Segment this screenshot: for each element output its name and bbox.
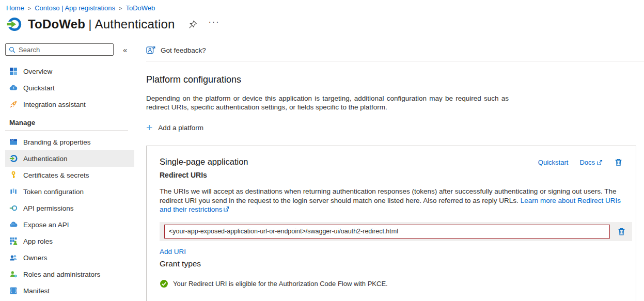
page-name: Authentication [95, 17, 175, 31]
sidebar-item-branding-properties[interactable]: Branding & properties [5, 134, 134, 150]
svg-text:{ }: { } [10, 289, 17, 293]
sidebar-item-label: Owners [23, 254, 48, 262]
platform-configurations-description: Depending on the platform or device this… [146, 94, 509, 112]
grant-types-title: Grant types [160, 259, 623, 268]
api-arrow-circle-icon [9, 204, 18, 212]
sidebar-item-label: Roles and administrators [23, 271, 100, 278]
sidebar-item-label: App roles [23, 237, 53, 245]
main-content: Got feedback? Platform configurations De… [139, 43, 644, 301]
sidebar-item-label: Integration assistant [23, 101, 86, 108]
search-icon [9, 46, 15, 53]
people-icon [9, 254, 18, 262]
title-separator: | [85, 17, 95, 31]
got-feedback-label: Got feedback? [161, 46, 206, 54]
external-link-icon [596, 160, 603, 166]
breadcrumb-separator: > [119, 5, 122, 11]
sidebar-item-label: API permissions [23, 204, 74, 212]
pkce-message-text: Your Redirect URI is eligible for the Au… [173, 280, 388, 288]
collapse-sidebar-icon[interactable]: « [123, 45, 127, 54]
breadcrumb-app-registrations-link[interactable]: Contoso | App registrations [35, 4, 115, 12]
sidebar-item-authentication[interactable]: Authentication [5, 150, 134, 167]
page-header: ToDoWeb|Authentication ··· [0, 12, 644, 32]
toolbar-divider [146, 61, 644, 61]
got-feedback-button[interactable]: Got feedback? [146, 43, 206, 57]
delete-uri-button[interactable] [617, 227, 626, 236]
app-name: ToDoWeb [28, 17, 85, 31]
sidebar-item-label: Overview [23, 68, 52, 75]
overview-grid-icon [9, 67, 18, 75]
sidebar-item-expose-an-api[interactable]: Expose an API [5, 216, 134, 233]
plus-icon: + [146, 123, 152, 132]
redirect-uris-subtitle: Redirect URIs [160, 171, 248, 179]
quickstart-link[interactable]: Quickstart [538, 159, 569, 166]
quickstart-cloud-icon [9, 84, 18, 92]
sidebar-item-app-roles[interactable]: App roles [5, 233, 134, 249]
token-bars-icon [9, 187, 18, 196]
sidebar-search-field[interactable] [19, 46, 110, 54]
add-platform-label: Add a platform [158, 124, 203, 132]
breadcrumb: Home > Contoso | App registrations > ToD… [0, 0, 644, 12]
rocket-icon [9, 100, 18, 108]
auth-arrow-circle-icon [9, 154, 18, 163]
sidebar-item-quickstart[interactable]: Quickstart [5, 80, 134, 96]
pin-icon[interactable] [189, 20, 197, 29]
sidebar: « Overview Quickstart [0, 43, 139, 301]
sidebar-item-label: Expose an API [23, 221, 69, 229]
search-input[interactable] [5, 43, 114, 56]
docs-link[interactable]: Docs [579, 159, 603, 166]
manifest-braces-icon: { } [9, 287, 18, 295]
key-icon [9, 171, 18, 179]
breadcrumb-home-link[interactable]: Home [6, 4, 24, 12]
sidebar-item-label: Manifest [23, 287, 50, 295]
grid-person-icon [9, 237, 18, 245]
redirect-uris-description: The URIs we will accept as destinations … [160, 187, 623, 214]
sidebar-item-label: Quickstart [23, 84, 55, 92]
sidebar-item-roles-and-administrators[interactable]: Roles and administrators [5, 266, 134, 282]
redirect-uri-row [160, 222, 632, 241]
browser-window-icon [9, 138, 18, 146]
sidebar-item-token-configuration[interactable]: Token configuration [5, 183, 134, 200]
docs-link-label: Docs [579, 159, 595, 166]
person-gear-icon [9, 270, 18, 278]
success-check-icon [160, 279, 168, 288]
breadcrumb-todoweb-link[interactable]: ToDoWeb [125, 4, 155, 12]
sidebar-item-label: Authentication [23, 155, 68, 163]
sidebar-item-overview[interactable]: Overview [5, 63, 134, 80]
single-page-application-card: Single-page application Redirect URIs Qu… [146, 146, 636, 301]
feedback-icon [146, 46, 155, 54]
sidebar-item-owners[interactable]: Owners [5, 249, 134, 266]
redirect-uri-input[interactable] [164, 225, 610, 239]
page-title: ToDoWeb|Authentication [28, 17, 175, 31]
trash-icon [614, 158, 623, 167]
sidebar-item-label: Branding & properties [23, 138, 91, 146]
sidebar-item-manifest[interactable]: { } Manifest [5, 282, 134, 299]
trash-icon [617, 227, 626, 236]
app-registration-icon [6, 17, 22, 32]
sidebar-item-integration-assistant[interactable]: Integration assistant [5, 96, 134, 113]
add-uri-link[interactable]: Add URI [160, 248, 186, 256]
platform-configurations-title: Platform configurations [146, 74, 644, 85]
external-link-icon [223, 206, 229, 212]
delete-platform-button[interactable] [614, 158, 623, 167]
pkce-eligibility-message: Your Redirect URI is eligible for the Au… [160, 279, 623, 288]
add-platform-button[interactable]: + Add a platform [146, 123, 203, 132]
sidebar-item-api-permissions[interactable]: API permissions [5, 200, 134, 216]
more-options-icon[interactable]: ··· [209, 20, 220, 29]
sidebar-item-label: Token configuration [23, 188, 84, 196]
sidebar-nav: Overview Quickstart Integration assistan… [5, 63, 139, 299]
card-title: Single-page application [160, 157, 248, 167]
sidebar-item-label: Certificates & secrets [23, 171, 89, 179]
cloud-icon [9, 220, 18, 229]
sidebar-section-manage: Manage [5, 113, 128, 131]
breadcrumb-separator: > [28, 5, 31, 11]
sidebar-item-certificates-secrets[interactable]: Certificates & secrets [5, 167, 134, 183]
